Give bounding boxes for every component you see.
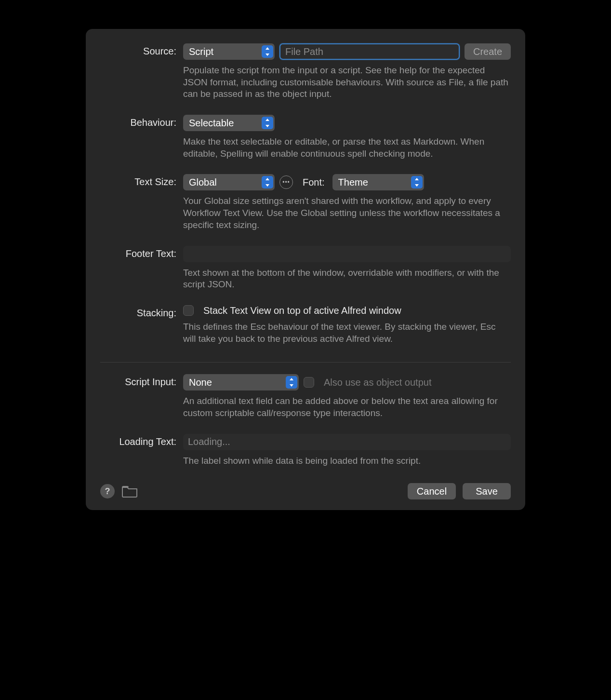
- font-select[interactable]: Theme: [332, 174, 424, 190]
- loadingtext-help-text: The label shown while data is being load…: [183, 455, 511, 467]
- behaviour-help-text: Make the text selectable or editable, or…: [183, 136, 511, 160]
- save-button[interactable]: Save: [463, 483, 511, 499]
- footertext-label: Footer Text:: [100, 246, 183, 259]
- settings-panel: Source: Script Create Populate the scrip…: [86, 29, 525, 510]
- source-select[interactable]: Script: [183, 43, 275, 60]
- create-button[interactable]: Create: [465, 43, 511, 60]
- textsize-select[interactable]: Global: [183, 174, 275, 190]
- help-button[interactable]: ?: [100, 484, 115, 498]
- font-label: Font:: [303, 177, 325, 188]
- behaviour-label: Behaviour:: [100, 115, 183, 128]
- chevron-up-down-icon: [262, 117, 273, 129]
- chevron-up-down-icon: [286, 376, 297, 389]
- section-divider: [100, 362, 511, 363]
- loading-text-input[interactable]: [183, 434, 511, 450]
- chevron-up-down-icon: [411, 176, 423, 188]
- object-output-checkbox[interactable]: [304, 377, 314, 388]
- file-path-input[interactable]: [279, 43, 460, 60]
- footer-text-input[interactable]: [183, 246, 511, 262]
- object-output-checkbox-label: Also use as object output: [324, 377, 431, 388]
- scriptinput-label: Script Input:: [100, 374, 183, 388]
- source-label: Source:: [100, 43, 183, 57]
- font-select-value: Theme: [338, 177, 368, 188]
- textsize-help-text: Your Global size settings aren't shared …: [183, 195, 511, 231]
- stacking-checkbox[interactable]: [183, 305, 194, 316]
- textsize-select-value: Global: [189, 177, 217, 188]
- chevron-up-down-icon: [262, 176, 273, 188]
- loadingtext-label: Loading Text:: [100, 434, 183, 447]
- scriptinput-select-value: None: [189, 377, 212, 388]
- folder-icon[interactable]: [121, 485, 138, 498]
- chevron-up-down-icon: [262, 45, 273, 58]
- more-options-button[interactable]: •••: [279, 175, 293, 189]
- stacking-checkbox-label: Stack Text View on top of active Alfred …: [203, 305, 401, 316]
- scriptinput-help-text: An additional text field can be added ab…: [183, 395, 511, 419]
- footertext-help-text: Text shown at the bottom of the window, …: [183, 267, 511, 291]
- textsize-label: Text Size:: [100, 174, 183, 188]
- behaviour-select[interactable]: Selectable: [183, 115, 275, 131]
- behaviour-select-value: Selectable: [189, 118, 234, 129]
- scriptinput-select[interactable]: None: [183, 374, 299, 390]
- stacking-help-text: This defines the Esc behaviour of the te…: [183, 321, 511, 345]
- source-help-text: Populate the script from the input or a …: [183, 65, 511, 100]
- stacking-label: Stacking:: [100, 305, 183, 319]
- source-select-value: Script: [189, 46, 213, 57]
- cancel-button[interactable]: Cancel: [408, 483, 456, 499]
